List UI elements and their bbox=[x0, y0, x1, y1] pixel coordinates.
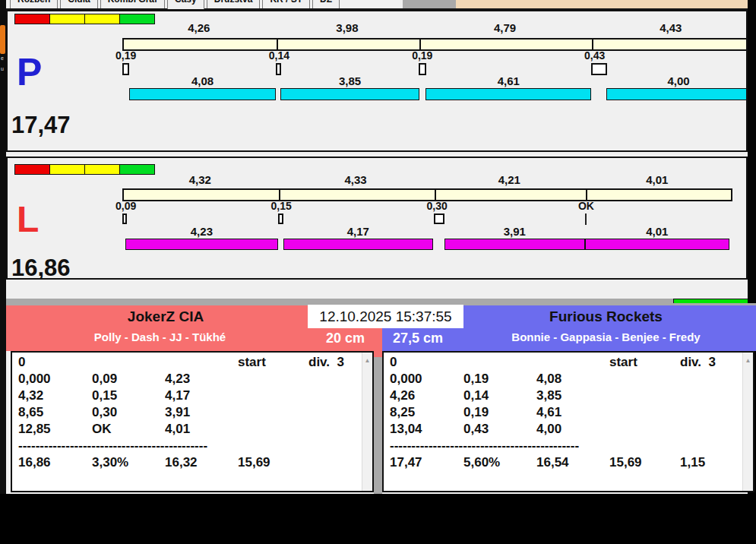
table-row: 12,85OK4,01 bbox=[18, 422, 359, 438]
clean-time-bar-segment bbox=[125, 239, 277, 250]
lane-total-time: 17,47 bbox=[11, 113, 71, 137]
clean-time-label: 4,01 bbox=[585, 226, 729, 237]
table-header-row: 0startdiv. 3 bbox=[390, 355, 739, 372]
table-cell bbox=[609, 422, 680, 438]
app-window: RozběhČidlaKombi GrafČasyDružstvaKR / ST… bbox=[0, 0, 756, 544]
table-cell bbox=[680, 405, 739, 422]
table-divider-red-notch bbox=[374, 351, 382, 357]
scrollbar[interactable]: ▲ bbox=[742, 353, 753, 491]
split-time-label: 4,26 bbox=[122, 23, 276, 33]
split-time-label: 4,01 bbox=[585, 175, 729, 185]
status-indicator-box bbox=[14, 164, 50, 175]
table-cell bbox=[238, 422, 308, 438]
result-table-right: 0startdiv. 30,0000,194,084,260,143,858,2… bbox=[382, 351, 754, 492]
table-cell: start bbox=[238, 355, 308, 372]
table-cell: OK bbox=[92, 422, 165, 438]
table-cell: 16,86 bbox=[18, 455, 92, 472]
table-cell: 0,14 bbox=[463, 388, 536, 405]
scroll-up-icon[interactable]: ▲ bbox=[362, 353, 372, 364]
table-row: 4,320,154,17 bbox=[18, 388, 359, 405]
split-time-label: 4,33 bbox=[278, 175, 434, 185]
lane-panel-left-team: L16,864,320,094,234,330,154,174,210,303,… bbox=[6, 157, 748, 280]
split-divider bbox=[592, 40, 593, 49]
gap-marker-box bbox=[278, 213, 283, 224]
table-cell: 4,17 bbox=[165, 388, 238, 405]
tab--asy[interactable]: Časy bbox=[167, 0, 204, 9]
clean-time-bar-segment bbox=[425, 88, 591, 100]
table-cell bbox=[463, 355, 536, 372]
table-cell: 8,65 bbox=[18, 405, 92, 422]
split-divider bbox=[279, 190, 280, 200]
bottom-black-bar bbox=[0, 494, 756, 544]
split-time-label: 4,32 bbox=[122, 175, 278, 185]
scroll-up-icon[interactable]: ▲ bbox=[743, 353, 753, 364]
table-cell bbox=[536, 355, 609, 372]
table-cell bbox=[92, 355, 165, 372]
table-cell: 17,47 bbox=[390, 455, 463, 472]
split-divider bbox=[419, 40, 421, 49]
clean-time-bar-segment bbox=[283, 239, 433, 250]
team-members-right: Bonnie - Gappasia - Benjee - Fredy bbox=[463, 331, 748, 343]
clean-time-bar-segment bbox=[280, 88, 419, 100]
scrollbar[interactable]: ▲ bbox=[362, 353, 372, 491]
table-cell: 15,69 bbox=[238, 455, 308, 472]
table-totals-row: 16,863,30%16,3215,69 bbox=[18, 455, 359, 472]
table-cell: 0,43 bbox=[463, 422, 536, 438]
tabbar-tan-block bbox=[456, 0, 748, 8]
table-cell: 8,25 bbox=[390, 405, 463, 422]
table-cell bbox=[680, 422, 739, 438]
table-totals-row: 17,475,60%16,5415,691,15 bbox=[390, 455, 739, 472]
table-cell: div. 3 bbox=[308, 355, 359, 372]
table-cell: 0,000 bbox=[18, 372, 92, 388]
table-header-row: 0startdiv. 3 bbox=[18, 355, 359, 372]
green-indicator-bar bbox=[673, 299, 756, 303]
split-divider bbox=[586, 190, 587, 200]
table-cell: 0,19 bbox=[463, 372, 536, 388]
background-window-fragment bbox=[0, 25, 5, 54]
split-time-label: 4,21 bbox=[434, 175, 585, 185]
gap-time-label: 0,19 bbox=[115, 51, 136, 61]
table-cell: 12,85 bbox=[18, 422, 92, 438]
table-cell: 16,54 bbox=[536, 455, 609, 472]
table-cell bbox=[238, 388, 308, 405]
lane-letter: L bbox=[17, 201, 39, 238]
clean-time-label: 3,85 bbox=[280, 76, 419, 87]
gap-time-label: 0,09 bbox=[115, 201, 136, 211]
table-cell bbox=[680, 388, 739, 405]
table-cell: 0,19 bbox=[463, 405, 536, 422]
table-cell: 0,15 bbox=[92, 388, 165, 405]
gap-time-label: 0,15 bbox=[271, 201, 292, 211]
split-divider bbox=[277, 40, 278, 49]
table-row: 0,0000,194,08 bbox=[390, 372, 739, 388]
table-divider bbox=[374, 351, 382, 494]
tabbar-bottom-line bbox=[6, 8, 748, 10]
table-separator: ----------------------------------------… bbox=[390, 438, 606, 455]
table-cell: 0,000 bbox=[390, 372, 463, 388]
table-cell: 4,01 bbox=[165, 422, 238, 438]
table-cell: 0 bbox=[390, 355, 463, 372]
edge-letter-2: u bbox=[1, 66, 4, 71]
team-name-right: Furious Rockets bbox=[463, 308, 748, 325]
right-edge-black-strip bbox=[748, 0, 756, 303]
table-cell: start bbox=[609, 355, 680, 372]
gap-time-label: 0,14 bbox=[269, 51, 289, 61]
table-row: 13,040,434,00 bbox=[390, 422, 739, 438]
table-cell bbox=[609, 388, 680, 405]
edge-letter-1: e bbox=[1, 55, 4, 61]
table-cell bbox=[308, 405, 359, 422]
team-name-left: JokerZ CIA bbox=[6, 308, 325, 325]
gap-marker-box bbox=[122, 63, 129, 75]
table-cell: 4,61 bbox=[536, 405, 609, 422]
table-cell: 15,69 bbox=[609, 455, 680, 472]
gap-time-label: OK bbox=[578, 201, 594, 211]
split-bar-total bbox=[122, 38, 748, 51]
table-cell: 4,32 bbox=[18, 388, 92, 405]
jump-height-left: 20 cm bbox=[281, 331, 365, 346]
table-cell: 4,00 bbox=[536, 422, 609, 438]
table-separator: ----------------------------------------… bbox=[18, 438, 235, 455]
table-cell bbox=[609, 372, 680, 388]
gap-time-label: 0,30 bbox=[427, 201, 448, 211]
status-indicator-box bbox=[49, 14, 85, 24]
gap-ok-tick bbox=[585, 213, 587, 225]
table-cell bbox=[308, 372, 359, 388]
